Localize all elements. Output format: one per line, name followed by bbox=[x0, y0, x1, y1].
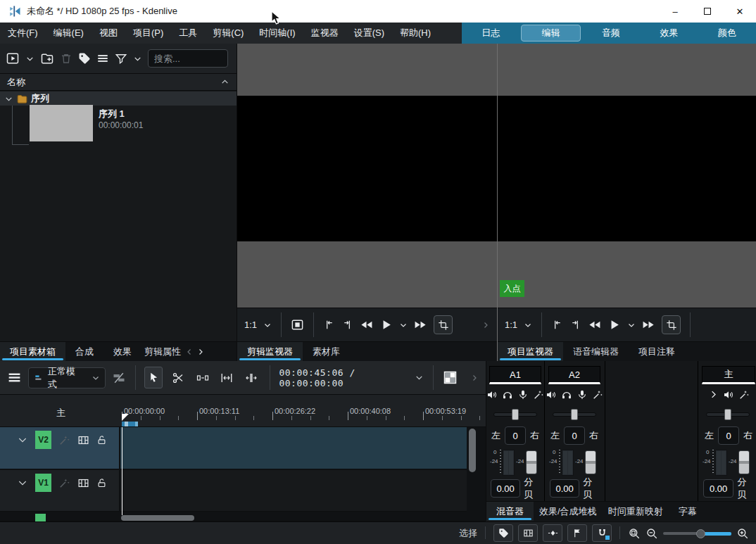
timeline-menu-icon[interactable] bbox=[7, 370, 22, 385]
playhead-line[interactable] bbox=[122, 427, 122, 515]
set-out-point-icon[interactable] bbox=[341, 319, 353, 331]
tab-effects[interactable]: 效果 bbox=[103, 342, 141, 361]
volume-value-box[interactable]: 0.00 bbox=[703, 479, 733, 498]
volume-value-box[interactable]: 0.00 bbox=[491, 479, 520, 498]
slip-tool-button[interactable] bbox=[242, 367, 260, 388]
volume-fader-handle[interactable] bbox=[526, 450, 537, 474]
workspace-tab-logging[interactable]: 日志 bbox=[462, 23, 519, 44]
clip-thumbnail[interactable] bbox=[30, 105, 93, 141]
record-mic-icon[interactable] bbox=[517, 389, 529, 400]
play-chevron-icon[interactable] bbox=[399, 321, 408, 329]
set-in-point-icon[interactable] bbox=[551, 319, 563, 331]
snap-magnet-button[interactable] bbox=[592, 524, 612, 542]
timeline-timecode[interactable]: 00:00:45:06 / 00:00:00:00 bbox=[279, 367, 408, 388]
tab-clip-properties[interactable]: 剪辑属性 bbox=[141, 342, 184, 361]
menu-view[interactable]: 视图 bbox=[92, 23, 125, 44]
search-input[interactable] bbox=[148, 49, 228, 68]
tab-mixer[interactable]: 混音器 bbox=[486, 502, 534, 521]
menu-icon[interactable] bbox=[96, 52, 109, 65]
tab-media-browser[interactable]: 素材库 bbox=[303, 342, 350, 361]
collapse-chevron-icon[interactable] bbox=[220, 77, 229, 87]
toolbar-overflow-chevron-icon[interactable] bbox=[470, 374, 479, 382]
timeline-zoom-slider[interactable] bbox=[663, 529, 731, 538]
menu-tools[interactable]: 工具 bbox=[171, 23, 205, 44]
markers-flag-button[interactable] bbox=[567, 524, 587, 542]
rewind-icon[interactable] bbox=[360, 318, 373, 331]
workspace-tab-color[interactable]: 颜色 bbox=[698, 23, 756, 44]
solo-headphones-icon[interactable] bbox=[561, 389, 572, 400]
workspace-tab-audio[interactable]: 音频 bbox=[582, 23, 640, 44]
track-effects-icon[interactable] bbox=[58, 477, 70, 489]
tab-subtitles[interactable]: 字幕 bbox=[669, 502, 707, 521]
clip-monitor-video[interactable] bbox=[237, 44, 497, 308]
collapse-chevron-right-icon[interactable] bbox=[708, 389, 719, 400]
track-lock-icon[interactable] bbox=[96, 478, 107, 488]
play-chevron-icon[interactable] bbox=[627, 321, 636, 329]
timeline-ruler[interactable]: 主 00:00:00:00 00:00:13:11 00:00:26:22 00… bbox=[0, 395, 486, 427]
timecode-chevron-icon[interactable] bbox=[415, 373, 424, 382]
tab-project-monitor[interactable]: 项目监视器 bbox=[498, 342, 563, 361]
keyframes-toggle-button[interactable] bbox=[543, 524, 562, 542]
clip-name[interactable]: 序列 1 bbox=[99, 108, 125, 120]
tree-expand-chevron-icon[interactable] bbox=[4, 94, 13, 103]
timeline-vertical-scrollbar[interactable] bbox=[469, 429, 476, 472]
balance-value-box[interactable]: 0 bbox=[564, 426, 585, 445]
set-in-point-icon[interactable] bbox=[323, 319, 335, 331]
timeline-zone-bar[interactable] bbox=[122, 422, 138, 426]
tab-project-bin[interactable]: 项目素材箱 bbox=[0, 342, 65, 361]
play-icon[interactable] bbox=[379, 318, 393, 331]
playhead-marker[interactable] bbox=[122, 414, 129, 421]
thumbnails-toggle-button[interactable] bbox=[518, 524, 538, 542]
menu-edit[interactable]: 编辑(E) bbox=[46, 23, 92, 44]
rewind-icon[interactable] bbox=[588, 318, 601, 331]
menu-file[interactable]: 文件(F) bbox=[0, 23, 46, 44]
menu-settings[interactable]: 设置(S) bbox=[346, 23, 392, 44]
track-header-v2[interactable]: V2 bbox=[0, 427, 120, 469]
zoom-chevron-icon[interactable] bbox=[263, 321, 272, 329]
balance-value-box[interactable]: 0 bbox=[718, 426, 739, 445]
add-clip-icon[interactable] bbox=[6, 51, 20, 65]
mute-speaker-icon[interactable] bbox=[546, 389, 557, 400]
menu-timeline[interactable]: 时间轴(I) bbox=[251, 23, 303, 44]
bin-name-header[interactable]: 名称 bbox=[0, 74, 237, 91]
balance-slider-handle[interactable] bbox=[571, 409, 578, 420]
tab-compositions[interactable]: 合成 bbox=[65, 342, 103, 361]
tab-time-remap[interactable]: 时间重新映射 bbox=[603, 502, 669, 521]
mixer-channel-header[interactable]: 主 bbox=[702, 366, 755, 384]
tab-speech-editor[interactable]: 语音编辑器 bbox=[563, 342, 629, 361]
fast-forward-icon[interactable] bbox=[414, 318, 427, 331]
spacer-tool-button[interactable] bbox=[194, 367, 212, 388]
zoom-slider-handle[interactable] bbox=[696, 529, 705, 538]
razor-tool-button[interactable] bbox=[169, 367, 187, 388]
monitor-zoom-level[interactable]: 1:1 bbox=[505, 320, 517, 330]
workspace-tab-editing[interactable]: 编辑 bbox=[521, 25, 580, 42]
timeline-horizontal-scrollbar[interactable] bbox=[121, 515, 194, 521]
mute-speaker-icon[interactable] bbox=[486, 389, 498, 400]
channel-effects-icon[interactable] bbox=[533, 389, 544, 400]
tab-clip-monitor[interactable]: 剪辑监视器 bbox=[237, 342, 303, 361]
selection-tool-button[interactable] bbox=[144, 367, 163, 388]
set-out-point-icon[interactable] bbox=[569, 319, 581, 331]
track-v1-lane[interactable] bbox=[120, 470, 467, 512]
zoom-out-icon[interactable] bbox=[645, 527, 658, 540]
toolbar-overflow-chevron-icon[interactable] bbox=[481, 321, 490, 329]
tag-info-button[interactable] bbox=[493, 524, 513, 542]
maximize-button[interactable] bbox=[691, 0, 724, 23]
resize-item-tool-button[interactable] bbox=[218, 367, 236, 388]
tab-project-notes[interactable]: 项目注释 bbox=[629, 342, 685, 361]
mix-clips-icon[interactable] bbox=[112, 371, 126, 385]
balance-slider-handle[interactable] bbox=[512, 409, 519, 420]
filter-chevron-icon[interactable] bbox=[133, 54, 142, 63]
mixer-channel-header[interactable]: A2 bbox=[548, 366, 600, 384]
tab-scroll-right-icon[interactable] bbox=[195, 342, 206, 361]
project-monitor-video[interactable]: 入点 bbox=[498, 44, 756, 308]
menu-project[interactable]: 项目(P) bbox=[125, 23, 171, 44]
mixer-channel-header[interactable]: A1 bbox=[489, 366, 541, 384]
track-thumbnails-icon[interactable] bbox=[77, 434, 89, 446]
create-folder-icon[interactable] bbox=[40, 51, 54, 65]
balance-value-box[interactable]: 0 bbox=[505, 426, 526, 445]
volume-value-box[interactable]: 0.00 bbox=[550, 479, 579, 498]
track-collapse-chevron-icon[interactable] bbox=[17, 434, 28, 445]
menu-monitor[interactable]: 监视器 bbox=[303, 23, 346, 44]
track-lock-icon[interactable] bbox=[96, 435, 107, 445]
